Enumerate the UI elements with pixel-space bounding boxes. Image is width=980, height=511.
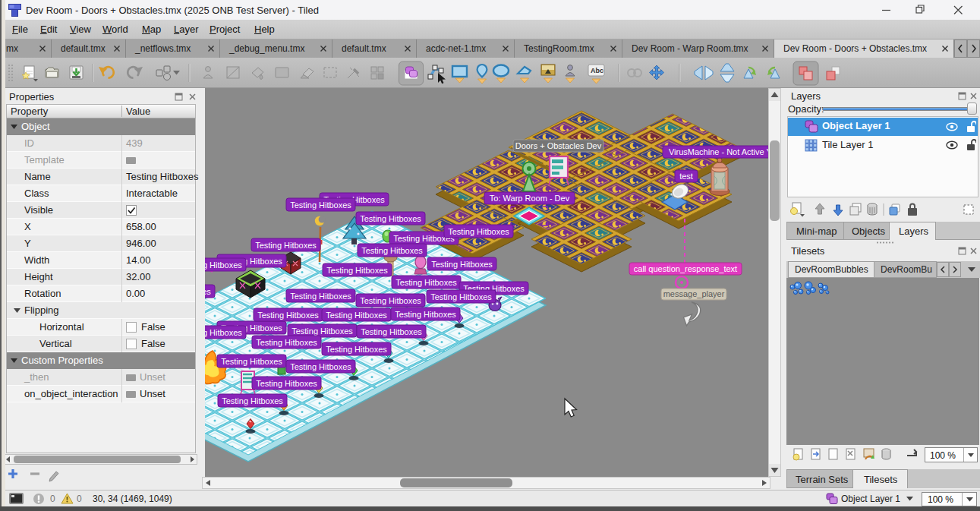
svg-text:Testing Hitboxes: Testing Hitboxes: [291, 326, 353, 336]
svg-text:Doors + Obstacles Dev: Doors + Obstacles Dev: [515, 141, 602, 150]
svg-text:test: test: [679, 172, 693, 181]
svg-text:VirusMachine - Not Active Yet: VirusMachine - Not Active Yet: [669, 147, 768, 156]
svg-text:Testing Hitboxes: Testing Hitboxes: [395, 310, 456, 319]
svg-text:Abc: Abc: [591, 67, 603, 74]
svg-text:Testing Hitboxes: Testing Hitboxes: [255, 241, 317, 250]
svg-text:Testing Hitboxes: Testing Hitboxes: [326, 311, 387, 320]
svg-text:Testing Hitboxes: Testing Hitboxes: [256, 338, 317, 347]
svg-text:Testing Hitboxes: Testing Hitboxes: [431, 260, 493, 269]
svg-text:Testing Hitboxes: Testing Hitboxes: [290, 292, 351, 301]
svg-text:Testing Hitboxes: Testing Hitboxes: [360, 214, 421, 223]
svg-text:Testing Hitboxes: Testing Hitboxes: [430, 292, 492, 301]
svg-text:Testing Hitboxes: Testing Hitboxes: [256, 379, 317, 388]
svg-text:Testing Hitboxes: Testing Hitboxes: [361, 327, 422, 336]
svg-text:Testing Hitboxes: Testing Hitboxes: [360, 296, 421, 305]
svg-text:Testing Hitboxes: Testing Hitboxes: [205, 260, 242, 270]
svg-text:Testing Hitboxes: Testing Hitboxes: [221, 357, 282, 366]
svg-text:Testing Hitboxes: Testing Hitboxes: [290, 200, 351, 210]
svg-text:To: Warp Room - Dev: To: Warp Room - Dev: [490, 194, 570, 203]
svg-text:Testing Hitboxes: Testing Hitboxes: [205, 287, 211, 296]
svg-text:Testing Hitboxes: Testing Hitboxes: [361, 246, 423, 255]
svg-text:Testing Hitboxes: Testing Hitboxes: [448, 227, 509, 236]
svg-text:message_player: message_player: [663, 289, 725, 298]
svg-text:Testing Hitboxes: Testing Hitboxes: [395, 278, 457, 287]
svg-text:Testing Hitboxes: Testing Hitboxes: [205, 328, 242, 337]
svg-text:Testing Hitboxes: Testing Hitboxes: [326, 266, 388, 275]
svg-text:Testing Hitboxes: Testing Hitboxes: [326, 345, 387, 354]
svg-text:Testing Hitboxes: Testing Hitboxes: [290, 362, 351, 371]
svg-text:call question_response_text: call question_response_text: [634, 264, 737, 273]
svg-text:Testing Hitboxes: Testing Hitboxes: [222, 396, 283, 405]
svg-text:Testing Hitboxes: Testing Hitboxes: [257, 311, 319, 320]
